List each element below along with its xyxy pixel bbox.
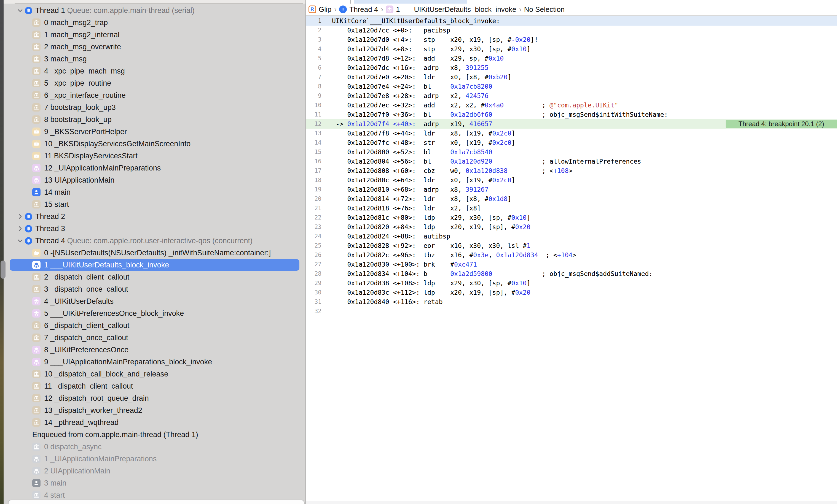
disassembly-line[interactable]: 1UIKitCore`___UIKitUserDefaults_block_in… xyxy=(306,16,837,25)
thread-row[interactable]: Thread 4 Queue: com.apple.root.user-inte… xyxy=(4,235,305,247)
line-number[interactable]: 29 xyxy=(306,278,321,288)
line-number[interactable]: 13 xyxy=(306,129,321,138)
disassembly-line[interactable]: 31 0x1a120d840 <+116>: retab xyxy=(306,297,837,306)
stack-frame-row[interactable]: 13 UIApplicationMain xyxy=(4,174,305,186)
line-number[interactable]: 3 xyxy=(306,35,321,44)
stack-frame-row[interactable]: 11 _dispatch_client_callout xyxy=(4,380,305,392)
line-number[interactable]: 23 xyxy=(306,222,321,231)
disassembly-line[interactable]: 7 0x1a120d7e0 <+20>: ldr x0, [x8, #0xb20… xyxy=(306,72,837,82)
disassembly-line[interactable]: 23 0x1a120d820 <+84>: ldp x20, x19, [sp]… xyxy=(306,222,837,231)
chevron-right-icon[interactable] xyxy=(17,226,23,231)
line-number[interactable]: 14 xyxy=(306,138,321,147)
line-number[interactable]: 28 xyxy=(306,269,321,278)
stack-frame-row[interactable]: 4 _xpc_pipe_mach_msg xyxy=(4,65,305,77)
stack-frame-row[interactable]: 14 _pthread_wqthread xyxy=(4,416,305,429)
chevron-right-icon[interactable] xyxy=(17,214,23,219)
disassembly-line[interactable]: 24 0x1a120d824 <+88>: autibsp xyxy=(306,231,837,241)
disassembly-line[interactable]: 11 0x1a120d7f0 <+36>: bl 0x1a2db6f60 ; o… xyxy=(306,110,837,119)
disassembly-line[interactable]: 22 0x1a120d81c <+80>: ldp x29, x30, [sp,… xyxy=(306,213,837,222)
disassembly-line[interactable]: 28 0x1a120d834 <+104>: b 0x1a2d59800 ; o… xyxy=(306,269,837,278)
stack-frame-row[interactable]: 1 mach_msg2_internal xyxy=(4,29,305,41)
line-number[interactable]: 11 xyxy=(306,110,321,119)
stack-frame-row[interactable]: 3 _dispatch_once_callout xyxy=(4,283,305,295)
stack-frame-row[interactable]: 2 UIApplicationMain xyxy=(4,465,305,477)
line-number[interactable]: 2 xyxy=(306,25,321,35)
stack-frame-row[interactable]: 10 _dispatch_call_block_and_release xyxy=(4,368,305,380)
line-number[interactable]: 31 xyxy=(306,297,321,306)
line-number[interactable]: 22 xyxy=(306,213,321,222)
stack-frame-row[interactable]: 15 start xyxy=(4,198,305,210)
stack-frame-row[interactable]: 13 _dispatch_worker_thread2 xyxy=(4,404,305,416)
disassembly-line[interactable]: 13 0x1a120d7f8 <+44>: ldr x8, [x19, #0x2… xyxy=(306,129,837,138)
disassembly-line[interactable]: 25 0x1a120d828 <+92>: eor x16, x30, x30,… xyxy=(306,241,837,250)
stack-frame-row[interactable]: 5 _xpc_pipe_routine xyxy=(4,77,305,89)
line-number[interactable]: 27 xyxy=(306,260,321,269)
breadcrumb-item[interactable]: RGlip xyxy=(308,5,332,14)
stack-frame-row[interactable]: 8 bootstrap_look_up xyxy=(4,113,305,126)
thread-row[interactable]: Thread 2 xyxy=(4,210,305,223)
disassembly-line[interactable]: 17 0x1a120d808 <+60>: cbz w0, 0x1a120d83… xyxy=(306,166,837,175)
line-number[interactable]: 25 xyxy=(306,241,321,250)
line-number[interactable]: 18 xyxy=(306,175,321,185)
stack-frame-row[interactable]: 3 mach_msg xyxy=(4,53,305,65)
current-pc-line[interactable]: 12 -> 0x1a120d7f4 <+40>: adrp x19, 41665… xyxy=(306,119,837,129)
breadcrumb-item[interactable]: 1 ___UIKitUserDefaults_block_invoke xyxy=(386,5,516,14)
line-number[interactable]: 8 xyxy=(306,82,321,91)
line-number[interactable]: 19 xyxy=(306,185,321,194)
stack-frame-row[interactable]: 6 _xpc_interface_routine xyxy=(4,89,305,101)
stack-frame-row[interactable]: 2 _dispatch_client_callout xyxy=(4,271,305,283)
disassembly-line[interactable]: 29 0x1a120d838 <+108>: ldp x29, x30, [sp… xyxy=(306,278,837,288)
stack-frame-row[interactable]: 3 main xyxy=(4,477,305,489)
sidebar-horizontal-scrollbar[interactable] xyxy=(8,500,305,504)
line-number[interactable]: 5 xyxy=(306,54,321,63)
stack-frame-row[interactable]: 0 dispatch_async xyxy=(4,441,305,453)
line-number[interactable]: 32 xyxy=(306,306,321,316)
line-number[interactable]: 30 xyxy=(306,288,321,297)
breadcrumb-item[interactable]: Thread 4 xyxy=(339,5,378,14)
disassembly-line[interactable]: 30 0x1a120d83c <+112>: ldp x20, x19, [sp… xyxy=(306,288,837,297)
stack-frame-row[interactable]: 1 _UIApplicationMainPreparations xyxy=(4,453,305,465)
line-number[interactable]: 9 xyxy=(306,91,321,100)
line-number[interactable]: 17 xyxy=(306,166,321,175)
stack-frame-row[interactable]: 11 BKSDisplayServicesStart xyxy=(4,150,305,162)
disassembly-line[interactable]: 26 0x1a120d82c <+96>: tbz x16, #0x3e, 0x… xyxy=(306,250,837,260)
stack-frame-row[interactable]: 14 main xyxy=(4,186,305,198)
disassembly-line[interactable]: 10 0x1a120d7ec <+32>: add x2, x2, #0x4a0… xyxy=(306,100,837,110)
disassembly-line[interactable]: 16 0x1a120d804 <+56>: bl 0x1a120d920 ; a… xyxy=(306,157,837,166)
breadcrumb-item[interactable]: No Selection xyxy=(524,5,565,14)
disassembly-line[interactable]: 19 0x1a120d810 <+68>: adrp x8, 391267 xyxy=(306,185,837,194)
disassembly-line[interactable]: 27 0x1a120d830 <+100>: brk #0xc471 xyxy=(306,260,837,269)
stack-frame-row[interactable]: 12 _dispatch_root_queue_drain xyxy=(4,392,305,404)
stack-frame-row[interactable]: 5 ___UIKitPreferencesOnce_block_invoke xyxy=(4,307,305,319)
active-tab-sliver[interactable] xyxy=(354,0,467,4)
line-number[interactable]: 7 xyxy=(306,72,321,82)
line-number[interactable]: 20 xyxy=(306,194,321,204)
line-number[interactable]: 16 xyxy=(306,157,321,166)
line-number[interactable]: 15 xyxy=(306,147,321,157)
disassembly-line[interactable]: 21 0x1a120d818 <+76>: ldr x2, [x8] xyxy=(306,204,837,213)
disassembly-line[interactable]: 2 0x1a120d7cc <+0>: pacibsp xyxy=(306,25,837,35)
disassembly-line[interactable]: 15 0x1a120d800 <+52>: bl 0x1a7cb8540 xyxy=(306,147,837,157)
disassembly-line[interactable]: 32 xyxy=(306,306,837,316)
line-number[interactable]: 12 xyxy=(306,119,321,129)
stack-frame-row[interactable]: 0 -[NSUserDefaults(NSUserDefaults) _init… xyxy=(4,247,305,259)
stack-frame-row[interactable]: 6 _dispatch_client_callout xyxy=(4,319,305,332)
stack-frame-row[interactable]: 9 _BKSServerPortHelper xyxy=(4,126,305,138)
stack-frame-row[interactable]: 7 bootstrap_look_up3 xyxy=(4,101,305,113)
thread-row[interactable]: Thread 1 Queue: com.apple.main-thread (s… xyxy=(4,4,305,17)
stack-frame-row[interactable]: 10 _BKSDisplayServicesGetMainScreenInfo xyxy=(4,138,305,150)
disassembly-line[interactable]: 6 0x1a120d7dc <+16>: adrp x8, 391255 xyxy=(306,63,837,72)
stack-frame-row[interactable]: 1 ___UIKitUserDefaults_block_invoke xyxy=(4,259,305,271)
disassembly-line[interactable]: 4 0x1a120d7d4 <+8>: stp x29, x30, [sp, #… xyxy=(306,44,837,54)
stack-frame-row[interactable]: 0 mach_msg2_trap xyxy=(4,17,305,29)
stack-frame-row[interactable]: 4 _UIKitUserDefaults xyxy=(4,295,305,307)
stack-frame-row[interactable]: 7 _dispatch_once_callout xyxy=(4,332,305,344)
stack-frame-row[interactable]: 12 _UIApplicationMainPreparations xyxy=(4,162,305,174)
line-number[interactable]: 10 xyxy=(306,100,321,110)
line-number[interactable]: 6 xyxy=(306,63,321,72)
line-number[interactable]: 1 xyxy=(306,16,321,25)
disassembly-line[interactable]: 18 0x1a120d80c <+64>: ldr x0, [x19, #0x2… xyxy=(306,175,837,185)
disassembly-line[interactable]: 8 0x1a120d7e4 <+24>: bl 0x1a7cb8200 xyxy=(306,82,837,91)
thread-row[interactable]: Thread 3 xyxy=(4,223,305,235)
stack-frame-row[interactable]: 2 mach_msg_overwrite xyxy=(4,41,305,53)
